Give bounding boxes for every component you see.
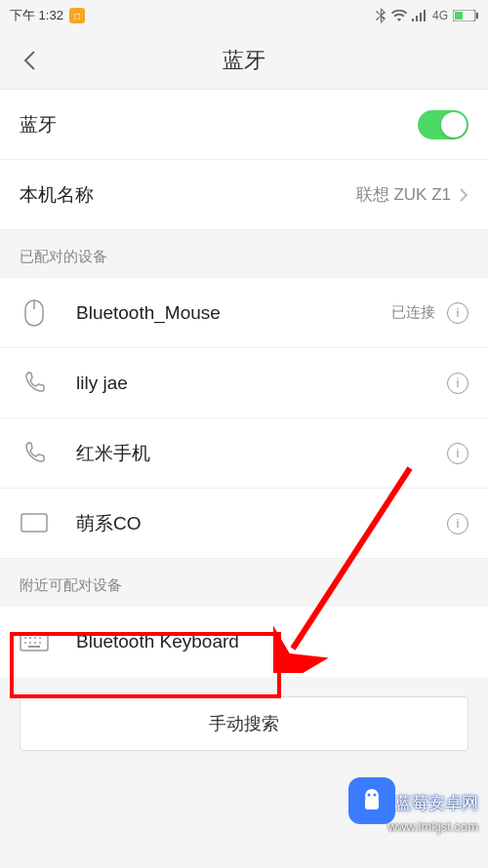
device-name-row[interactable]: 本机名称 联想 ZUK Z1	[0, 160, 488, 230]
bluetooth-icon	[375, 8, 386, 23]
page-title: 蓝牙	[0, 46, 488, 75]
network-label: 4G	[432, 9, 448, 22]
device-row-phone1[interactable]: lily jae i	[0, 348, 488, 418]
phone-icon	[20, 369, 49, 398]
svg-rect-3	[424, 10, 426, 21]
mouse-icon	[20, 298, 49, 328]
svg-point-24	[374, 794, 377, 797]
android-icon	[357, 786, 386, 815]
signal-icon	[412, 10, 427, 21]
bluetooth-toggle-row[interactable]: 蓝牙	[0, 90, 488, 160]
svg-rect-10	[20, 633, 48, 651]
device-name-text: Bluetooth Keyboard	[76, 631, 468, 652]
sync-icon: □	[69, 8, 85, 23]
device-row-keyboard[interactable]: Bluetooth Keyboard	[0, 607, 488, 677]
back-button[interactable]	[15, 46, 44, 75]
nearby-section-header: 附近可配对设备	[0, 559, 488, 607]
keyboard-icon	[20, 627, 49, 656]
svg-rect-9	[21, 514, 47, 532]
device-name-text: 萌系CO	[76, 511, 447, 536]
info-icon[interactable]: i	[447, 302, 468, 324]
watermark-name: 蓝莓安卓网	[395, 792, 478, 814]
wifi-icon	[391, 10, 407, 21]
info-icon[interactable]: i	[447, 373, 468, 394]
bluetooth-label: 蓝牙	[20, 112, 418, 138]
svg-rect-1	[416, 16, 418, 21]
phone-icon	[20, 439, 49, 468]
svg-rect-6	[476, 13, 478, 19]
paired-section-header: 已配对的设备	[0, 230, 488, 278]
svg-rect-2	[420, 13, 422, 21]
search-button-label: 手动搜索	[209, 712, 279, 735]
device-row-phone2[interactable]: 红米手机 i	[0, 418, 488, 489]
device-name-text: 红米手机	[76, 441, 447, 466]
device-name-text: lily jae	[76, 373, 447, 394]
device-name-text: Bluetooth_Mouse	[76, 302, 391, 324]
device-status-text: 已连接	[391, 303, 435, 322]
toggle-knob	[441, 112, 467, 138]
info-icon[interactable]: i	[447, 513, 468, 534]
svg-point-18	[39, 642, 41, 644]
manual-search-button[interactable]: 手动搜索	[20, 696, 468, 751]
device-row-display[interactable]: 萌系CO i	[0, 489, 488, 559]
svg-point-14	[39, 637, 41, 639]
svg-point-11	[24, 637, 26, 639]
bluetooth-toggle[interactable]	[418, 110, 468, 139]
status-bar: 下午 1:32 □ 4G	[0, 0, 488, 31]
device-name-value: 联想 ZUK Z1	[356, 183, 451, 206]
svg-rect-19	[28, 646, 40, 648]
svg-point-16	[29, 642, 31, 644]
watermark-logo	[348, 777, 395, 824]
svg-rect-0	[412, 19, 414, 21]
battery-icon	[453, 10, 478, 21]
status-time: 下午 1:32	[10, 7, 63, 24]
device-row-mouse[interactable]: Bluetooth_Mouse 已连接 i	[0, 278, 488, 348]
device-name-label: 本机名称	[20, 182, 356, 208]
svg-point-13	[34, 637, 36, 639]
svg-point-15	[24, 642, 26, 644]
chevron-right-icon	[459, 187, 468, 203]
svg-point-17	[34, 642, 36, 644]
watermark-url: www.lmkjst.com	[388, 819, 478, 834]
page-header: 蓝牙	[0, 31, 488, 90]
svg-rect-22	[365, 798, 379, 809]
svg-point-23	[368, 794, 371, 797]
info-icon[interactable]: i	[447, 443, 468, 464]
svg-rect-5	[455, 12, 463, 20]
chevron-left-icon	[22, 50, 36, 71]
display-icon	[20, 509, 49, 538]
svg-point-12	[29, 637, 31, 639]
